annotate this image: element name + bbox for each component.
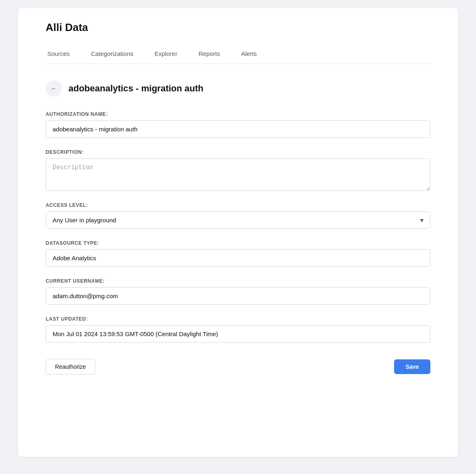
- app-container: Alli Data Sources Categorizations Explor…: [18, 8, 458, 457]
- reauthorize-button[interactable]: Reauthorize: [46, 359, 95, 374]
- last-updated-input: [46, 325, 430, 343]
- description-field: DESCRIPTION:: [46, 149, 430, 191]
- tab-categorizations[interactable]: Categorizations: [89, 45, 145, 64]
- last-updated-label: LAST UPDATED:: [46, 316, 430, 322]
- form-actions: Reauthorize Save: [46, 359, 430, 374]
- tab-alerts[interactable]: Alerts: [240, 45, 268, 64]
- access-level-field: ACCESS LEVEL: Any User in playground Own…: [46, 202, 430, 229]
- datasource-type-field: DATASOURCE TYPE:: [46, 240, 430, 267]
- current-username-field: CURRENT USERNAME:: [46, 278, 430, 305]
- nav-tabs: Sources Categorizations Explorer Reports…: [46, 45, 430, 64]
- description-textarea[interactable]: [46, 158, 430, 191]
- datasource-type-input[interactable]: [46, 249, 430, 267]
- authorization-name-label: AUTHORIZATION NAME:: [46, 111, 430, 117]
- access-level-label: ACCESS LEVEL:: [46, 202, 430, 208]
- datasource-type-label: DATASOURCE TYPE:: [46, 240, 430, 246]
- authorization-name-field: AUTHORIZATION NAME:: [46, 111, 430, 138]
- save-button[interactable]: Save: [394, 359, 430, 374]
- form-section: AUTHORIZATION NAME: DESCRIPTION: ACCESS …: [46, 111, 430, 374]
- authorization-name-input[interactable]: [46, 120, 430, 138]
- tab-explorer[interactable]: Explorer: [153, 45, 189, 64]
- back-button[interactable]: ←: [46, 80, 62, 97]
- tab-reports[interactable]: Reports: [197, 45, 231, 64]
- tab-sources[interactable]: Sources: [46, 45, 81, 64]
- access-level-select[interactable]: Any User in playground Owner Only Specif…: [46, 211, 430, 229]
- current-username-label: CURRENT USERNAME:: [46, 278, 430, 284]
- app-header: Alli Data Sources Categorizations Explor…: [18, 8, 458, 64]
- access-level-select-wrapper: Any User in playground Owner Only Specif…: [46, 211, 430, 229]
- app-title: Alli Data: [46, 21, 430, 34]
- description-label: DESCRIPTION:: [46, 149, 430, 155]
- page-title: adobeanalytics - migration auth: [68, 83, 203, 94]
- app-content: ← adobeanalytics - migration auth AUTHOR…: [18, 64, 458, 399]
- page-header: ← adobeanalytics - migration auth: [46, 80, 430, 97]
- current-username-input[interactable]: [46, 287, 430, 305]
- last-updated-field: LAST UPDATED:: [46, 316, 430, 343]
